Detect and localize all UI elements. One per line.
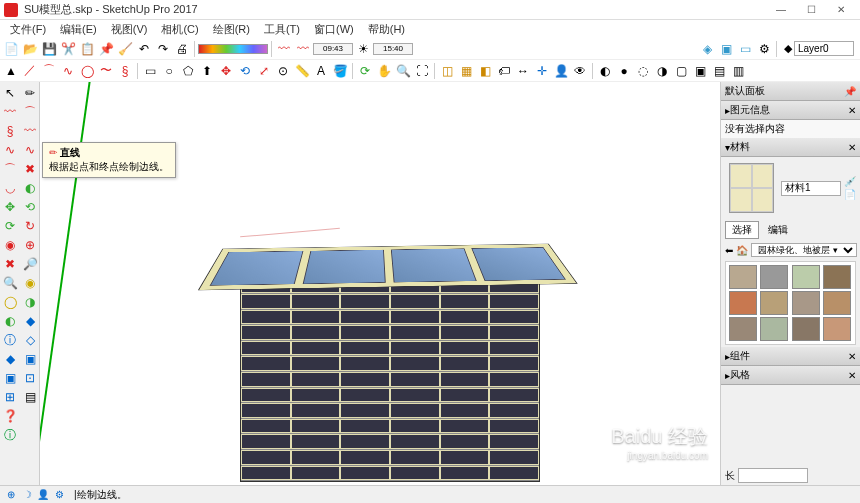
minimize-button[interactable]: — (766, 1, 796, 19)
menu-edit[interactable]: 编辑(E) (54, 21, 103, 38)
viewport[interactable]: ✏ 直线 根据起点和终点绘制边线。 Baidu 经验 jingyan.baidu… (40, 82, 720, 485)
menu-window[interactable]: 窗口(W) (308, 21, 360, 38)
menu-draw[interactable]: 绘图(R) (207, 21, 256, 38)
lt-info1-icon[interactable]: ⓘ (1, 331, 19, 349)
poly-icon[interactable]: ⬠ (179, 62, 197, 80)
lt-green3-icon[interactable]: ◐ (1, 312, 19, 330)
lt-yellow-icon[interactable]: ◯ (1, 293, 19, 311)
styles-header[interactable]: ▸ 风格✕ (721, 366, 860, 385)
lt2-green2-icon[interactable]: ⟲ (21, 198, 39, 216)
tag-icon[interactable]: 🏷 (495, 62, 513, 80)
pushpull-icon[interactable]: ⬆ (198, 62, 216, 80)
entity-info-header[interactable]: ▸ 图元信息 ✕ (721, 101, 860, 120)
select-icon[interactable]: ▲ (2, 62, 20, 80)
create-icon[interactable]: 📄 (844, 189, 856, 200)
lt2-red-icon[interactable]: 〰 (21, 122, 39, 140)
lt2-green3-icon[interactable]: ◑ (21, 293, 39, 311)
open-icon[interactable]: 📂 (21, 40, 39, 58)
lt2-x-icon[interactable]: ✖ (21, 160, 39, 178)
style2-icon[interactable]: ▣ (691, 62, 709, 80)
text-icon[interactable]: A (312, 62, 330, 80)
lt-select-icon[interactable]: ↖ (1, 84, 19, 102)
lt2-info4-icon[interactable]: ⊡ (21, 369, 39, 387)
back-icon[interactable]: ⬅ (725, 245, 733, 256)
tab-select[interactable]: 选择 (725, 221, 759, 239)
shadow-gradient[interactable] (198, 44, 268, 54)
time-afternoon[interactable]: 15:40 (373, 43, 413, 55)
material-swatch[interactable] (729, 317, 757, 341)
lt-arc1-icon[interactable]: ⌒ (1, 160, 19, 178)
material-swatch[interactable] (792, 291, 820, 315)
scale-icon[interactable]: ⤢ (255, 62, 273, 80)
material-category[interactable]: 园林绿化、地被层 ▾ (751, 243, 857, 257)
paint-icon[interactable]: 🪣 (331, 62, 349, 80)
zoom-icon[interactable]: 🔍 (394, 62, 412, 80)
material-swatch[interactable] (792, 317, 820, 341)
lt-info2-icon[interactable]: ◆ (1, 350, 19, 368)
rotate-icon[interactable]: ⟲ (236, 62, 254, 80)
collapse-icon[interactable]: ✕ (848, 105, 856, 116)
lt2-green1-icon[interactable]: ◐ (21, 179, 39, 197)
lt2-info3-icon[interactable]: ▣ (21, 350, 39, 368)
wire2-icon[interactable]: 〰 (294, 40, 312, 58)
close-button[interactable]: ✕ (826, 1, 856, 19)
lt2-pencil-icon[interactable]: ✏ (21, 84, 39, 102)
lt-wire3-icon[interactable]: ∿ (1, 141, 19, 159)
material-preview[interactable] (729, 163, 774, 213)
iso-icon[interactable]: ◈ (698, 40, 716, 58)
erase-icon[interactable]: 🧹 (116, 40, 134, 58)
rect-icon[interactable]: ▭ (141, 62, 159, 80)
tab-edit[interactable]: 编辑 (762, 222, 794, 238)
new-icon[interactable]: 📄 (2, 40, 20, 58)
menu-help[interactable]: 帮助(H) (362, 21, 411, 38)
material-swatch[interactable] (823, 317, 851, 341)
lt-green1-icon[interactable]: ✥ (1, 198, 19, 216)
credits-icon[interactable]: ☽ (20, 488, 34, 502)
menu-view[interactable]: 视图(V) (105, 21, 154, 38)
material-swatch[interactable] (760, 317, 788, 341)
material-name[interactable] (781, 181, 841, 196)
tray-title[interactable]: 默认面板 📌 (721, 82, 860, 101)
zoomext-icon[interactable]: ⛶ (413, 62, 431, 80)
comp-icon[interactable]: ◫ (438, 62, 456, 80)
layer-selector[interactable]: ◆ (780, 41, 858, 56)
style4-icon[interactable]: ▥ (729, 62, 747, 80)
lt-search-icon[interactable]: 🔍 (1, 274, 19, 292)
line-red-icon[interactable]: ／ (21, 62, 39, 80)
lt2-row-icon[interactable]: ▤ (21, 388, 39, 406)
lt-green2-icon[interactable]: ⟳ (1, 217, 19, 235)
arc-red-icon[interactable]: ⌒ (40, 62, 58, 80)
lt-info5-icon[interactable]: ⓘ (1, 426, 19, 444)
circle-icon[interactable]: ○ (160, 62, 178, 80)
print-icon[interactable]: 🖨 (173, 40, 191, 58)
move-icon[interactable]: ✥ (217, 62, 235, 80)
copy-icon[interactable]: 📋 (78, 40, 96, 58)
material-swatch[interactable] (823, 265, 851, 289)
lt-arc2-icon[interactable]: ◡ (1, 179, 19, 197)
shaded-icon[interactable]: ● (615, 62, 633, 80)
menu-tools[interactable]: 工具(T) (258, 21, 306, 38)
front-icon[interactable]: ▭ (736, 40, 754, 58)
lt2-rb-icon[interactable]: ◉ (21, 274, 39, 292)
gear-icon[interactable]: ⚙ (755, 40, 773, 58)
eyedrop-icon[interactable]: 💉 (844, 176, 856, 187)
group-icon[interactable]: ▦ (457, 62, 475, 80)
lt-info4-icon[interactable]: ⊞ (1, 388, 19, 406)
back-icon[interactable]: ◑ (653, 62, 671, 80)
axes-icon[interactable]: ✛ (533, 62, 551, 80)
sun-icon[interactable]: ☀ (354, 40, 372, 58)
material-swatch[interactable] (760, 291, 788, 315)
building-model[interactable] (230, 192, 550, 482)
lt-wire2-icon[interactable]: § (1, 122, 19, 140)
freehand-red-icon[interactable]: ∿ (59, 62, 77, 80)
pan-icon[interactable]: ✋ (375, 62, 393, 80)
lt-wire1-icon[interactable]: 〰 (1, 103, 19, 121)
lt-q-icon[interactable]: ❓ (1, 407, 19, 425)
materials-header[interactable]: ▾ 材料 ✕ (721, 138, 860, 157)
lt2-red4-icon[interactable]: ⊕ (21, 236, 39, 254)
paste-icon[interactable]: 📌 (97, 40, 115, 58)
layer-input[interactable] (794, 41, 854, 56)
lt-red2-icon[interactable]: ✖ (1, 255, 19, 273)
lt2-info2-icon[interactable]: ◇ (21, 331, 39, 349)
spiral-icon[interactable]: § (116, 62, 134, 80)
